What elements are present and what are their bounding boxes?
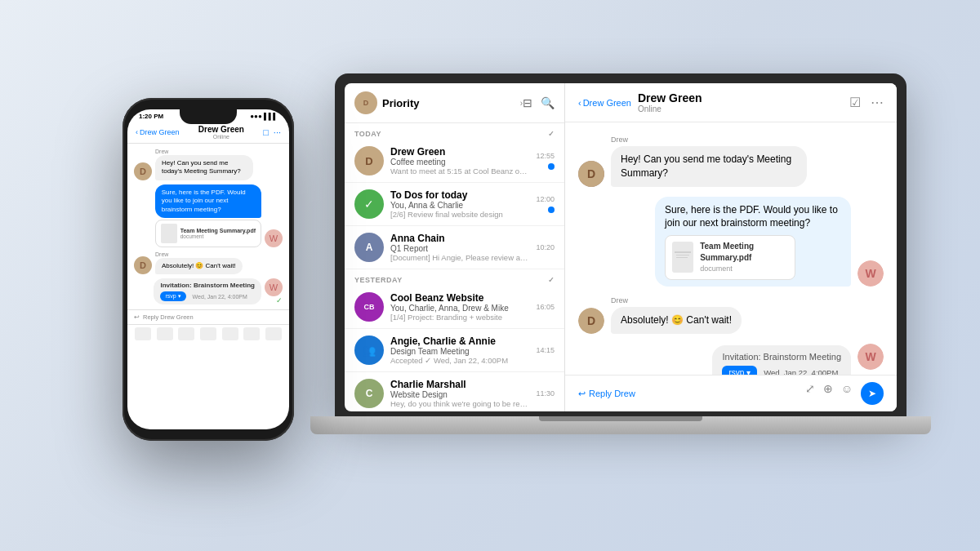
laptop-device: D Priority › ⊟ 🔍 TODAY ✓ xyxy=(335,73,906,449)
phone-audio-icon[interactable] xyxy=(178,327,194,340)
phone-bubble-3: Absolutely! 😊 Can't wait! xyxy=(155,258,243,274)
phone-doc-thumb xyxy=(161,224,177,243)
reply-icon: ↩ xyxy=(578,389,586,399)
phone-video-icon[interactable]: □ xyxy=(263,127,269,137)
phone-rsvp-row: Invitation: Brainstorm Meeting rsvp ▾ We… xyxy=(134,278,283,304)
search-icon[interactable]: 🔍 xyxy=(541,96,555,109)
chat-back-button[interactable]: ‹ Drew Green xyxy=(578,98,631,108)
phone-signal: ●●● ▌▌▌ xyxy=(250,113,278,120)
phone-online-status: Online xyxy=(180,134,264,140)
svg-rect-2 xyxy=(676,255,689,256)
conv-item-charlie[interactable]: C Charlie Marshall Website Design Hey, d… xyxy=(345,372,564,411)
chat-doc-thumb xyxy=(672,242,693,273)
angie-preview: Accepted ✓ Wed, Jan 22, 4:00PM xyxy=(390,356,529,365)
phone-attach-icon[interactable] xyxy=(135,327,151,340)
priority-label[interactable]: Priority xyxy=(382,97,519,109)
today-checkmark: ✓ xyxy=(548,130,555,138)
conv-item-drew-green[interactable]: D Drew Green Coffee meeting Want to meet… xyxy=(345,140,564,183)
angie-avatar: 👥 xyxy=(354,335,384,365)
chat-panel-header: ‹ Drew Green Drew Green Online ☑ ⋯ xyxy=(565,83,897,122)
cool-beanz-info: Cool Beanz Website You, Charlie, Anna, D… xyxy=(390,292,529,322)
chat-user-avatar-1: W xyxy=(858,260,884,287)
drew-green-time: 12:55 xyxy=(536,152,555,160)
drew-green-info: Drew Green Coffee meeting Want to meet a… xyxy=(390,146,529,176)
charlie-avatar: C xyxy=(354,379,384,408)
phone-doc-attachment: Team Meeting Summary.pdf document xyxy=(155,220,261,247)
drew-green-avatar: D xyxy=(354,146,384,176)
app-layout: D Priority › ⊟ 🔍 TODAY ✓ xyxy=(345,83,897,411)
add-attachment-icon[interactable]: ⊕ xyxy=(823,382,833,405)
phone-back-button[interactable]: ‹ Drew Green xyxy=(136,128,180,136)
phone-photo-icon[interactable] xyxy=(157,327,173,340)
phone-rsvp-button[interactable]: rsvp ▾ xyxy=(160,291,185,301)
phone-bottom-bar: ↩ Reply Drew Green xyxy=(127,309,289,324)
charlie-time: 11:30 xyxy=(536,389,555,398)
chat-msg-sent-1: Sure, here is the PDF. Would you like to… xyxy=(578,197,884,287)
phone-link-icon[interactable] xyxy=(200,327,216,340)
chat-rsvp-button[interactable]: rsvp ▾ xyxy=(722,366,757,375)
cool-beanz-name: Cool Beanz Website xyxy=(390,292,529,304)
todos-subject: You, Anna & Charlie xyxy=(390,201,529,210)
phone-gift-icon[interactable] xyxy=(243,327,260,340)
charlie-meta: 11:30 xyxy=(536,389,555,398)
chat-more-icon[interactable]: ⋯ xyxy=(871,95,884,110)
chat-msg-received-2: D Drew Absolutely! 😊 Can't wait! xyxy=(578,296,884,334)
phone-toolbar xyxy=(127,324,289,343)
chat-sender-drew: Drew xyxy=(611,136,807,144)
emoji-icon[interactable]: ☺ xyxy=(841,382,853,405)
drew-green-preview: Want to meet at 5:15 at Cool Beanz on ..… xyxy=(390,167,529,176)
todos-preview: [2/6] Review final website design xyxy=(390,210,529,219)
phone-rsvp-title: Invitation: Brainstorm Meeting xyxy=(160,282,255,289)
phone-notch xyxy=(180,109,237,124)
cool-beanz-avatar: CB xyxy=(354,292,384,322)
phone-sender-label-1: Drew xyxy=(155,149,253,154)
phone-bubble-2: Sure, here is the PDF. Would you like to… xyxy=(155,184,261,218)
phone-doc-type: document xyxy=(180,233,256,239)
send-button[interactable]: ➤ xyxy=(861,382,884,405)
chat-drew-avatar-2: D xyxy=(578,308,604,334)
cool-beanz-time: 16:05 xyxy=(536,303,555,311)
phone-reply-label[interactable]: Reply Drew Green xyxy=(143,313,194,321)
phone-screen: 1:20 PM ●●● ▌▌▌ ‹ Drew Green Drew Green … xyxy=(127,109,289,429)
reply-text[interactable]: Reply Drew xyxy=(589,389,635,398)
chat-bubble-received-1: Hey! Can you send me today's Meeting Sum… xyxy=(611,146,807,187)
priority-avatar: D xyxy=(354,91,377,114)
conv-panel-header: D Priority › ⊟ 🔍 xyxy=(345,83,564,123)
phone-more-icon[interactable]: ··· xyxy=(274,127,281,137)
phone-contact-info: Drew Green Online xyxy=(180,125,264,140)
chat-doc-attachment: Team Meeting Summary.pdf document xyxy=(665,235,795,280)
phone-rsvp-bubble: Invitation: Brainstorm Meeting rsvp ▾ We… xyxy=(154,278,261,304)
filter-icon[interactable]: ⊟ xyxy=(523,96,532,109)
chat-doc-name: Team Meeting Summary.pdf xyxy=(700,241,788,264)
todos-info: To Dos for today You, Anna & Charlie [2/… xyxy=(390,189,529,219)
chat-user-avatar-2: W xyxy=(858,344,884,370)
chat-back-label: Drew Green xyxy=(583,98,631,108)
chat-contact-name: Drew Green xyxy=(638,91,849,104)
conv-item-cool-beanz[interactable]: CB Cool Beanz Website You, Charlie, Anna… xyxy=(345,286,564,329)
phone-header-icons: □ ··· xyxy=(263,127,281,137)
angie-name: Angie, Charlie & Annie xyxy=(390,335,529,347)
conv-item-anna[interactable]: A Anna Chain Q1 Report [Document] Hi Ang… xyxy=(345,226,564,269)
angie-subject: Design Team Meeting xyxy=(390,347,529,356)
phone-message-received-2: D Drew Absolutely! 😊 Can't wait! xyxy=(134,251,283,274)
drew-green-meta: 12:55 xyxy=(536,152,555,170)
anna-time: 10:20 xyxy=(536,243,555,251)
phone-rsvp-date: Wed, Jan 22, 4:00PM xyxy=(193,294,247,300)
phone-bubble-1: Hey! Can you send me today's Meeting Sum… xyxy=(155,155,253,180)
laptop-screen: D Priority › ⊟ 🔍 TODAY ✓ xyxy=(345,83,897,411)
expand-icon[interactable]: ⤢ xyxy=(805,382,815,405)
conv-item-angie[interactable]: 👥 Angie, Charlie & Annie Design Team Mee… xyxy=(345,329,564,372)
anna-preview: [Document] Hi Angie, Please review and..… xyxy=(390,253,529,262)
phone-location-icon[interactable] xyxy=(222,327,238,340)
chat-checklist-icon[interactable]: ☑ xyxy=(849,95,861,110)
drew-green-badge xyxy=(548,163,555,170)
conv-item-todos[interactable]: ✓ To Dos for today You, Anna & Charlie [… xyxy=(345,183,564,226)
phone-flash-icon[interactable] xyxy=(265,327,282,340)
chat-rsvp-title: Invitation: Brainstorm Meeting xyxy=(722,352,841,362)
todos-avatar: ✓ xyxy=(354,189,384,219)
phone-time: 1:20 PM xyxy=(139,113,163,120)
phone-doc-name: Team Meeting Summary.pdf xyxy=(180,228,256,233)
chat-contact-status: Online xyxy=(638,104,849,113)
section-today-label: TODAY ✓ xyxy=(345,123,564,140)
phone-user-avatar-2: W xyxy=(265,278,283,296)
